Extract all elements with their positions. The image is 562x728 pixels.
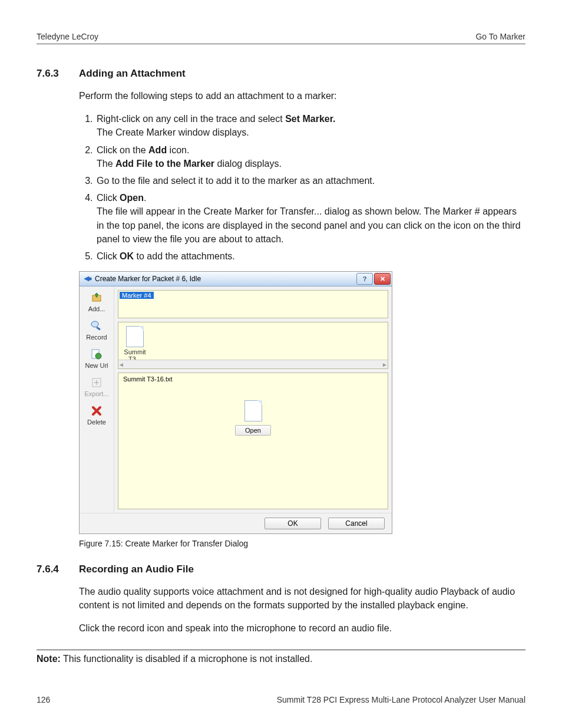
new-url-icon: [90, 348, 103, 361]
page-header: Teledyne LeCroy Go To Marker: [37, 32, 525, 44]
svg-point-5: [95, 353, 101, 359]
section-7-6-4-heading: 7.6.4 Recording an Audio File: [37, 564, 525, 575]
app-icon: [83, 274, 92, 284]
marker-tag: Marker #4: [120, 292, 154, 299]
dialog-footer: OK Cancel: [80, 513, 392, 533]
help-button[interactable]: ?: [356, 273, 373, 285]
horizontal-scrollbar[interactable]: ◄►: [118, 360, 388, 368]
add-icon: [90, 291, 103, 304]
sidebar-delete[interactable]: Delete: [87, 404, 106, 426]
step-2: Click on the Add icon. The Add File to t…: [95, 143, 525, 170]
sidebar-new-url-label: New Url: [85, 362, 108, 369]
marker-name-pane[interactable]: Marker #4: [118, 290, 388, 318]
dialog-title: Create Marker for Packet # 6, Idle: [95, 275, 355, 283]
page-footer: 126 Summit T28 PCI Express Multi-Lane Pr…: [37, 695, 525, 704]
figure-caption: Figure 7.15: Create Marker for Transfer …: [79, 539, 525, 548]
sidebar-add-label: Add...: [88, 305, 105, 312]
open-button[interactable]: Open: [235, 425, 271, 436]
intro-paragraph: Perform the following steps to add an at…: [79, 89, 525, 103]
dialog-panes: Marker #4 Summit T3... ◄► Summit T3-16.t…: [114, 286, 392, 513]
steps-list: Right-click on any cell in the trace and…: [79, 112, 525, 263]
document-icon: [126, 326, 144, 347]
section-title: Adding an Attachment: [79, 68, 186, 80]
close-button[interactable]: ✕: [374, 273, 391, 285]
preview-filename: Summit T3-16.txt: [123, 375, 173, 383]
step-4: Click Open. The file will appear in the …: [95, 191, 525, 246]
delete-icon: [90, 404, 103, 417]
svg-rect-3: [96, 327, 100, 330]
dialog-sidebar: Add... Record New Url Export... Delete: [80, 286, 114, 513]
attachments-pane[interactable]: Summit T3... ◄►: [118, 322, 388, 369]
section2-p1: The audio quality supports voice attachm…: [79, 585, 525, 612]
note-label: Note:: [37, 654, 61, 664]
export-icon: [90, 376, 103, 389]
attachment-thumb[interactable]: Summit T3...: [122, 326, 148, 363]
note-separator: [37, 650, 525, 650]
sidebar-record-label: Record: [86, 334, 107, 341]
page-number: 126: [37, 695, 50, 704]
header-right: Go To Marker: [475, 32, 525, 41]
section-number: 7.6.3: [37, 68, 79, 80]
preview-pane[interactable]: Summit T3-16.txt Open: [118, 373, 388, 509]
step-1: Right-click on any cell in the trace and…: [95, 112, 525, 139]
sidebar-add[interactable]: Add...: [88, 291, 105, 312]
ok-button[interactable]: OK: [265, 518, 321, 529]
section-title: Recording an Audio File: [79, 564, 194, 575]
sidebar-export[interactable]: Export...: [85, 376, 109, 397]
sidebar-new-url[interactable]: New Url: [85, 348, 108, 369]
step-3: Go to the file and select it to add it t…: [95, 174, 525, 187]
section-7-6-3-heading: 7.6.3 Adding an Attachment: [37, 68, 525, 80]
sidebar-delete-label: Delete: [87, 419, 106, 426]
dialog-titlebar[interactable]: Create Marker for Packet # 6, Idle ? ✕: [80, 272, 392, 286]
cancel-button[interactable]: Cancel: [328, 518, 385, 529]
record-icon: [90, 319, 103, 332]
step-5: Click OK to add the attachments.: [95, 249, 525, 263]
note: Note: This functionality is disabled if …: [37, 654, 525, 664]
header-left: Teledyne LeCroy: [37, 32, 98, 41]
create-marker-dialog: Create Marker for Packet # 6, Idle ? ✕ A…: [79, 271, 392, 534]
doc-title: Summit T28 PCI Express Multi-Lane Protoc…: [277, 695, 525, 704]
section-number: 7.6.4: [37, 564, 79, 575]
note-text: This functionality is disabled if a micr…: [61, 654, 312, 664]
svg-marker-0: [84, 276, 91, 281]
section2-p2: Click the record icon and speak into the…: [79, 621, 525, 635]
preview-doc-icon: [244, 400, 262, 421]
svg-point-2: [91, 321, 98, 327]
sidebar-export-label: Export...: [85, 390, 109, 397]
sidebar-record[interactable]: Record: [86, 319, 107, 341]
